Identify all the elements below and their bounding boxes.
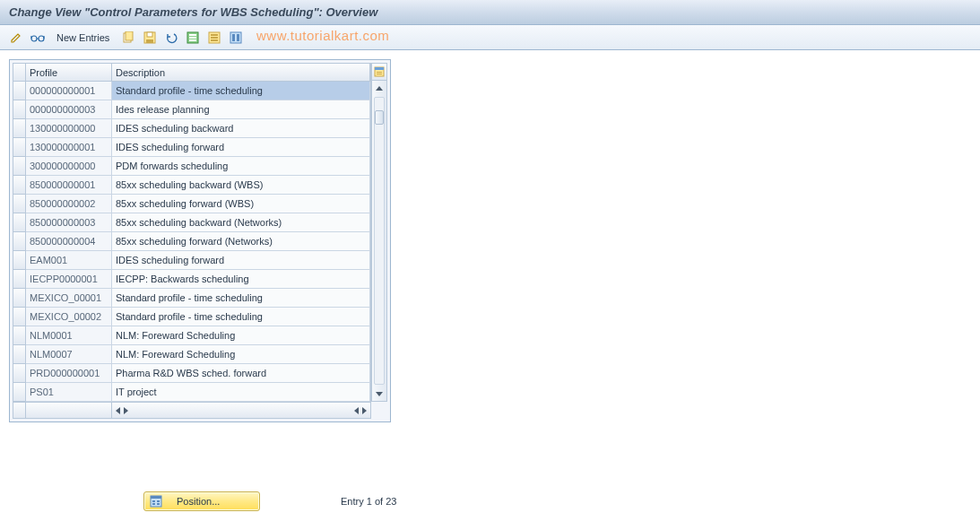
cell-description[interactable]: Standard profile - time scheduling [112, 289, 370, 308]
table-row[interactable]: 000000000001Standard profile - time sche… [13, 82, 370, 100]
row-selector[interactable] [13, 289, 26, 308]
cell-description[interactable]: IECPP: Backwards scheduling [112, 270, 370, 289]
table-container: Profile Description 000000000001Standard… [9, 59, 391, 422]
select-all-icon[interactable] [184, 29, 202, 47]
cell-profile[interactable]: 850000000003 [26, 213, 112, 232]
cell-description[interactable]: 85xx scheduling backward (WBS) [112, 176, 370, 195]
cell-profile[interactable]: 000000000001 [26, 82, 112, 100]
cell-description[interactable]: PDM forwards scheduling [112, 157, 370, 176]
cell-description[interactable]: 85xx scheduling backward (Networks) [112, 213, 370, 232]
svg-rect-10 [189, 39, 196, 41]
cell-description[interactable]: Standard profile - time scheduling [112, 82, 370, 100]
row-selector[interactable] [13, 176, 26, 195]
row-selector[interactable] [13, 138, 26, 157]
cell-description[interactable]: Pharma R&D WBS sched. forward [112, 364, 370, 383]
cell-profile[interactable]: 130000000001 [26, 138, 112, 157]
cell-description[interactable]: NLM: Foreward Scheduling [112, 326, 370, 345]
glasses-icon[interactable] [29, 29, 47, 47]
table-row[interactable]: IECPP0000001IECPP: Backwards scheduling [13, 270, 370, 289]
table-row[interactable]: 300000000000PDM forwards scheduling [13, 157, 370, 176]
cell-profile[interactable]: 000000000003 [26, 100, 112, 119]
row-selector[interactable] [13, 326, 26, 345]
svg-rect-5 [147, 32, 152, 37]
row-selector[interactable] [13, 270, 26, 289]
svg-rect-24 [152, 500, 155, 502]
cell-profile[interactable]: PS01 [26, 383, 112, 402]
toggle-display-change-icon[interactable] [7, 29, 25, 47]
scroll-track[interactable] [374, 97, 385, 385]
cell-description[interactable]: IDES scheduling backward [112, 119, 370, 138]
cell-description[interactable]: Standard profile - time scheduling [112, 308, 370, 326]
table-row[interactable]: PS01IT project [13, 383, 370, 402]
cell-profile[interactable]: NLM0001 [26, 326, 112, 345]
position-button[interactable]: Position... [143, 491, 260, 511]
scroll-up-icon[interactable] [372, 81, 386, 95]
table-row[interactable]: 130000000000IDES scheduling backward [13, 119, 370, 138]
cell-description[interactable]: 85xx scheduling forward (WBS) [112, 195, 370, 213]
row-selector[interactable] [13, 100, 26, 119]
data-grid[interactable]: Profile Description 000000000001Standard… [13, 63, 371, 419]
row-selector[interactable] [13, 213, 26, 232]
table-row[interactable]: MEXICO_00001Standard profile - time sche… [13, 289, 370, 308]
cell-profile[interactable]: 130000000000 [26, 119, 112, 138]
row-selector[interactable] [13, 82, 26, 100]
cell-profile[interactable]: 850000000002 [26, 195, 112, 213]
cell-profile[interactable]: NLM0007 [26, 345, 112, 364]
table-row[interactable]: 85000000000385xx scheduling backward (Ne… [13, 213, 370, 232]
svg-rect-17 [237, 34, 239, 41]
cell-profile[interactable]: MEXICO_00002 [26, 308, 112, 326]
cell-description[interactable]: IDES scheduling forward [112, 138, 370, 157]
table-row[interactable]: NLM0001NLM: Foreward Scheduling [13, 326, 370, 345]
header-selector[interactable] [13, 64, 26, 82]
position-button-label: Position... [177, 496, 220, 507]
table-row[interactable]: 85000000000185xx scheduling backward (WB… [13, 176, 370, 195]
column-header-profile[interactable]: Profile [26, 64, 112, 82]
cell-description[interactable]: IDES scheduling forward [112, 251, 370, 270]
new-entries-button[interactable]: New Entries [50, 30, 116, 46]
table-row[interactable]: 130000000001IDES scheduling forward [13, 138, 370, 157]
cell-profile[interactable]: 300000000000 [26, 157, 112, 176]
cell-profile[interactable]: PRD000000001 [26, 364, 112, 383]
save-icon[interactable] [141, 29, 159, 47]
scroll-right-near-icon[interactable] [124, 407, 128, 414]
row-selector[interactable] [13, 157, 26, 176]
cell-description[interactable]: NLM: Foreward Scheduling [112, 345, 370, 364]
table-row[interactable]: NLM0007NLM: Foreward Scheduling [13, 345, 370, 364]
cell-description[interactable]: Ides release planning [112, 100, 370, 119]
row-selector[interactable] [13, 383, 26, 402]
table-row[interactable]: MEXICO_00002Standard profile - time sche… [13, 308, 370, 326]
table-row[interactable]: 85000000000485xx scheduling forward (Net… [13, 232, 370, 251]
column-header-description[interactable]: Description [112, 64, 370, 82]
row-selector[interactable] [13, 195, 26, 213]
row-selector[interactable] [13, 232, 26, 251]
cell-profile[interactable]: IECPP0000001 [26, 270, 112, 289]
undo-icon[interactable] [162, 29, 180, 47]
cell-profile[interactable]: MEXICO_00001 [26, 289, 112, 308]
row-selector[interactable] [13, 119, 26, 138]
svg-rect-16 [232, 34, 235, 41]
scroll-down-icon[interactable] [372, 387, 386, 401]
table-row[interactable]: 000000000003Ides release planning [13, 100, 370, 119]
table-row[interactable]: EAM001IDES scheduling forward [13, 251, 370, 270]
table-row[interactable]: PRD000000001Pharma R&D WBS sched. forwar… [13, 364, 370, 383]
table-config-icon[interactable] [372, 64, 386, 81]
table-row[interactable]: 85000000000285xx scheduling forward (WBS… [13, 195, 370, 213]
cell-description[interactable]: 85xx scheduling forward (Networks) [112, 232, 370, 251]
vertical-scrollbar[interactable] [371, 63, 387, 402]
scroll-right-icon[interactable] [362, 407, 367, 414]
scroll-left-far-icon[interactable] [354, 407, 359, 414]
cell-profile[interactable]: 850000000004 [26, 232, 112, 251]
row-selector[interactable] [13, 345, 26, 364]
deselect-all-icon[interactable] [205, 29, 223, 47]
copy-icon[interactable] [119, 29, 137, 47]
scroll-left-icon[interactable] [116, 407, 120, 414]
row-selector[interactable] [13, 364, 26, 383]
row-selector[interactable] [13, 251, 26, 270]
row-selector[interactable] [13, 308, 26, 326]
horizontal-scrollbar[interactable] [13, 402, 370, 418]
scroll-thumb[interactable] [375, 110, 384, 125]
table-settings-icon[interactable] [227, 29, 245, 47]
cell-profile[interactable]: EAM001 [26, 251, 112, 270]
cell-description[interactable]: IT project [112, 383, 370, 402]
cell-profile[interactable]: 850000000001 [26, 176, 112, 195]
